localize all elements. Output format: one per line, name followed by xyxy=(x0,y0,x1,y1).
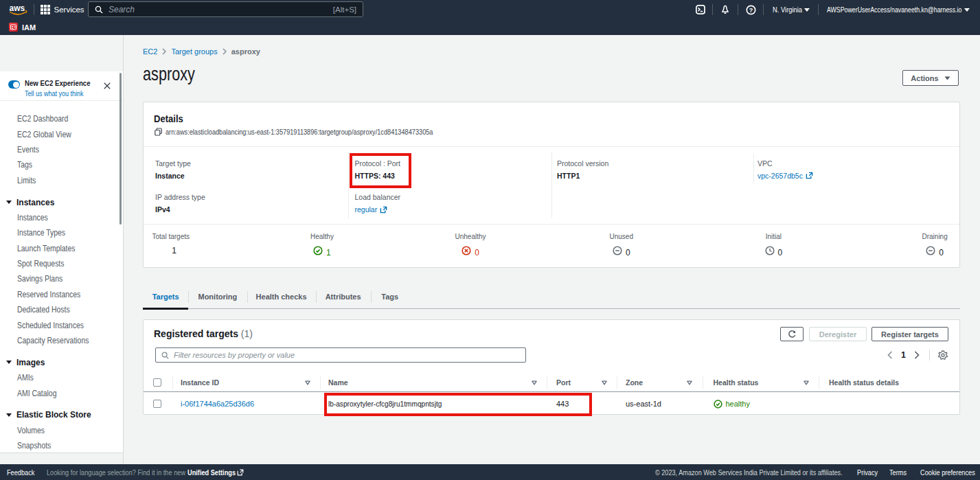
favorite-iam[interactable]: IAM xyxy=(9,23,36,32)
field-column-divider xyxy=(753,154,754,184)
column-header-health-status[interactable]: Health status xyxy=(703,374,819,391)
services-menu[interactable]: Services xyxy=(41,0,84,19)
register-targets-button[interactable]: Register targets xyxy=(871,327,948,341)
privacy-link[interactable]: Privacy xyxy=(857,464,883,480)
nav-divider xyxy=(34,4,34,15)
field-label: Target type xyxy=(155,159,348,168)
sort-icon[interactable] xyxy=(804,380,809,385)
stat-total-targets: Total targets1 xyxy=(152,225,196,255)
copy-icon[interactable] xyxy=(155,128,162,136)
sidebar-item-instances[interactable]: Instances xyxy=(0,210,122,225)
sidebar-item-snapshots[interactable]: Snapshots xyxy=(0,438,122,453)
column-header-port[interactable]: Port xyxy=(547,374,617,391)
help-button[interactable]: ? xyxy=(745,0,756,19)
field-value[interactable]: regular xyxy=(355,205,552,214)
field-value: Instance xyxy=(155,172,348,180)
breadcrumb-ec2[interactable]: EC2 xyxy=(143,47,157,56)
field-value-link[interactable]: regular xyxy=(355,205,378,214)
settings-gear-icon[interactable] xyxy=(938,350,948,361)
nav-divider xyxy=(738,4,738,15)
sidebar-item-label: Instance Types xyxy=(17,228,65,238)
sidebar-item-tags[interactable]: Tags xyxy=(0,157,122,172)
sidebar-item-ec2-dashboard[interactable]: EC2 Dashboard xyxy=(0,111,122,126)
sidebar-section-images[interactable]: Images xyxy=(0,355,122,370)
filter-input[interactable]: Filter resources by property or value xyxy=(155,347,526,363)
tell-us-link[interactable]: Tell us what you think xyxy=(25,90,90,98)
sidebar-item-limits[interactable]: Limits xyxy=(0,173,122,188)
sidebar-item-ami-catalog[interactable]: AMI Catalog xyxy=(0,385,122,400)
column-header-label: Health status details xyxy=(829,378,899,387)
chevron-down-icon[interactable] xyxy=(804,8,810,12)
feedback-link[interactable]: Feedback xyxy=(7,464,42,480)
sort-icon[interactable] xyxy=(687,380,692,385)
chevron-down-icon[interactable] xyxy=(964,8,970,12)
breadcrumb: EC2 Target groups asproxy xyxy=(143,47,260,56)
field-value-link[interactable]: vpc-2657db5c xyxy=(757,172,803,180)
deregister-button[interactable]: Deregister xyxy=(809,327,867,341)
new-experience-toggle[interactable] xyxy=(8,80,20,89)
sort-icon[interactable] xyxy=(305,380,310,385)
page-number[interactable]: 1 xyxy=(901,350,906,360)
stat-number: 0 xyxy=(626,248,630,258)
search-input[interactable]: Search [Alt+S] xyxy=(88,1,363,17)
terms-link[interactable]: Terms xyxy=(889,464,911,480)
favorite-iam-label: IAM xyxy=(22,23,36,32)
field-column-divider xyxy=(348,152,349,218)
sidebar-item-instance-types[interactable]: Instance Types xyxy=(0,225,122,240)
field-value[interactable]: vpc-2657db5c xyxy=(757,172,959,180)
tab-health-checks[interactable]: Health checks xyxy=(247,285,316,308)
sidebar-item-capacity-reservations[interactable]: Capacity Reservations xyxy=(0,333,122,348)
sidebar-item-amis[interactable]: AMIs xyxy=(0,370,122,385)
pagination: 1 xyxy=(887,350,948,361)
cookie-preferences-link[interactable]: Cookie preferences xyxy=(920,464,980,480)
close-icon[interactable] xyxy=(104,82,111,89)
column-header-instance-id[interactable]: Instance ID xyxy=(172,374,320,391)
region-selector[interactable]: N. Virginia xyxy=(773,0,809,19)
cell-port: 443 xyxy=(547,392,617,415)
unified-settings-link[interactable]: Unified Settings xyxy=(187,464,244,480)
sort-icon[interactable] xyxy=(602,380,607,385)
sidebar-item-volumes[interactable]: Volumes xyxy=(0,423,122,438)
tab-attributes[interactable]: Attributes xyxy=(316,285,371,308)
select-all-checkbox[interactable] xyxy=(153,378,161,387)
tab-targets[interactable]: Targets xyxy=(143,285,188,308)
sidebar-item-savings-plans[interactable]: Savings Plans xyxy=(0,271,122,286)
breadcrumb-target-groups[interactable]: Target groups xyxy=(171,47,217,56)
sidebar-item-reserved-instances[interactable]: Reserved Instances xyxy=(0,287,122,302)
column-header-health-status-details[interactable]: Health status details xyxy=(819,374,959,391)
field-protocol-version: Protocol versionHTTP1 xyxy=(551,147,753,180)
sidebar-item-dedicated-hosts[interactable]: Dedicated Hosts xyxy=(0,302,122,317)
refresh-button[interactable] xyxy=(780,327,804,341)
previous-page-icon[interactable] xyxy=(887,351,893,359)
column-header-zone[interactable]: Zone xyxy=(617,374,703,391)
sidebar-section-elastic-block-store[interactable]: Elastic Block Store xyxy=(0,407,122,422)
actions-button[interactable]: Actions xyxy=(902,70,959,86)
sidebar-item-events[interactable]: Events xyxy=(0,142,122,157)
sidebar-item-label: AMI Catalog xyxy=(17,389,56,398)
sidebar-section-instances[interactable]: Instances xyxy=(0,194,122,209)
next-page-icon[interactable] xyxy=(914,351,920,359)
sidebar-item-ec2-global-view[interactable]: EC2 Global View xyxy=(0,126,122,141)
cloudshell-button[interactable] xyxy=(695,0,706,19)
instance-id-link[interactable]: i-06f1744a6a25d36d6 xyxy=(181,400,254,408)
notifications-bell-button[interactable] xyxy=(720,0,731,19)
account-menu[interactable]: AWSPowerUserAccess/navaneeth.kn@harness.… xyxy=(827,0,980,19)
healthy-check-icon xyxy=(714,400,722,409)
field-label: IP address type xyxy=(155,193,348,201)
sidebar-scrollbar[interactable] xyxy=(119,73,122,225)
search-shortcut: [Alt+S] xyxy=(333,5,356,14)
iam-service-icon xyxy=(9,23,18,32)
tab-tags[interactable]: Tags xyxy=(371,285,409,308)
aws-logo[interactable]: aws xyxy=(9,3,28,16)
tab-monitoring[interactable]: Monitoring xyxy=(188,285,247,308)
column-header-name[interactable]: Name xyxy=(320,374,547,391)
breadcrumb-current: asproxy xyxy=(231,47,260,56)
check-circle-icon xyxy=(313,246,323,255)
sidebar-item-scheduled-instances[interactable]: Scheduled Instances xyxy=(0,317,122,332)
table-row[interactable]: i-06f1744a6a25d36d6 lb-asproxytyler-cfcg… xyxy=(144,392,959,415)
sort-icon[interactable] xyxy=(532,380,537,385)
sidebar-item-spot-requests[interactable]: Spot Requests xyxy=(0,256,122,271)
sidebar-item-launch-templates[interactable]: Launch Templates xyxy=(0,241,122,256)
row-checkbox[interactable] xyxy=(153,400,161,408)
services-label: Services xyxy=(54,5,84,14)
